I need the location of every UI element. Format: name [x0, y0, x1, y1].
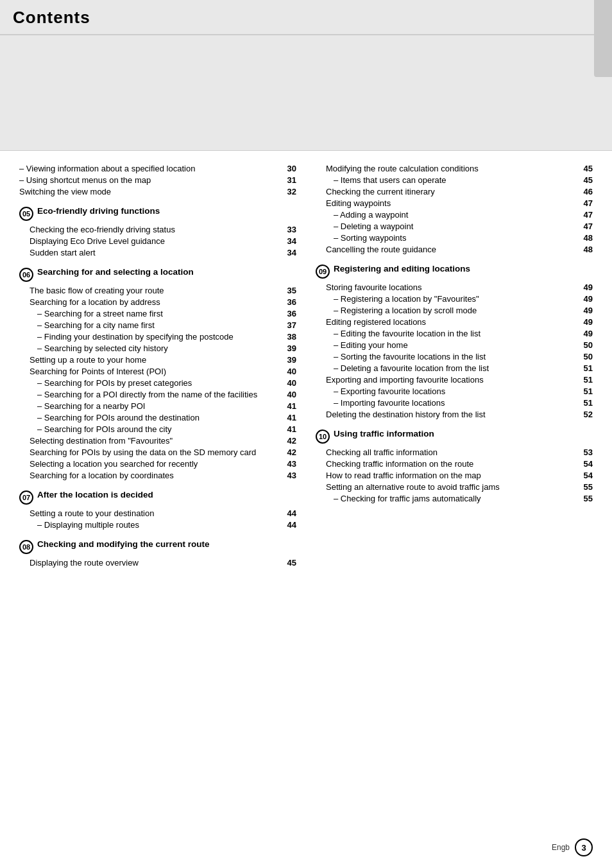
toc-edit-locations: Editing registered locations 49: [316, 316, 593, 327]
toc-delete-history: Deleting the destination history from th…: [316, 408, 593, 420]
toc-users-operate: – Items that users can operate 45: [316, 174, 593, 186]
main-content: – Viewing information about a specified …: [0, 151, 612, 596]
toc-route-conditions: Modifying the route calculation conditio…: [316, 162, 593, 174]
toc-reg-favourites: – Registering a location by "Favourites"…: [316, 293, 593, 304]
section-06: 06 Searching for and selecting a locatio…: [19, 267, 296, 481]
section-05-number: 05: [19, 207, 33, 221]
left-column: – Viewing information about a specified …: [19, 162, 296, 577]
toc-search-address: Searching for a location by address 36: [19, 296, 296, 308]
header-bar: Contents: [0, 0, 612, 35]
section-08: 08 Checking and modifying the current ro…: [19, 539, 296, 568]
footer: Engb 3: [552, 838, 593, 856]
toc-import-fav: – Importing favourite locations 51: [316, 397, 593, 408]
toc-auto-check: – Checking for traffic jams automaticall…: [316, 492, 593, 504]
toc-edit-fav-list: – Editing the favourite location in the …: [316, 327, 593, 339]
section-10-header: 10 Using traffic information: [316, 429, 593, 444]
page: Contents – Viewing information about a s…: [0, 0, 612, 868]
toc-favourites-dest: Selecting destination from "Favourites" …: [19, 435, 296, 446]
toc-store-favourites: Storing favourite locations 49: [316, 281, 593, 293]
section-08-header: 08 Checking and modifying the current ro…: [19, 539, 296, 554]
section-06-header: 06 Searching for and selecting a locatio…: [19, 267, 296, 282]
toc-all-traffic: Checking all traffic information 53: [316, 446, 593, 458]
section-08-number: 08: [19, 540, 33, 554]
section-05: 05 Eco-friendly driving functions Checki…: [19, 206, 296, 258]
toc-multiple-routes: – Displaying multiple routes 44: [19, 519, 296, 530]
toc-street-name: – Searching for a street name first 36: [19, 308, 296, 319]
toc-poi-search: Searching for Points of Interest (POI) 4…: [19, 365, 296, 377]
section-05-header: 05 Eco-friendly driving functions: [19, 206, 296, 221]
toc-recent-search: Selecting a location you searched for re…: [19, 458, 296, 469]
toc-traffic-map: How to read traffic information on the m…: [316, 469, 593, 481]
toc-alt-route: Setting an alternative route to avoid tr…: [316, 481, 593, 492]
toc-delete-fav: – Deleting a favourite location from the…: [316, 362, 593, 374]
section-09-number: 09: [316, 265, 330, 279]
toc-city-name: – Searching for a city name first 37: [19, 319, 296, 331]
toc-poi-preset: – Searching for POIs by preset categorie…: [19, 377, 296, 388]
section-08-title: Checking and modifying the current route: [37, 539, 210, 549]
toc-entry-shortcut: – Using shortcut menus on the map 31: [19, 174, 296, 186]
section-07-number: 07: [19, 490, 33, 505]
toc-sort-waypoints: – Sorting waypoints 48: [316, 232, 593, 243]
toc-poi-nearby: – Searching for a nearby POI 41: [19, 400, 296, 412]
toc-entry-viewing: – Viewing information about a specified …: [19, 162, 296, 174]
section-06-number: 06: [19, 268, 33, 282]
page-title: Contents: [13, 8, 90, 28]
section-05-title: Eco-friendly driving functions: [37, 206, 160, 216]
toc-export-fav: – Exporting favourite locations 51: [316, 385, 593, 397]
footer-page-number: 3: [575, 838, 593, 856]
right-column: Modifying the route calculation conditio…: [316, 162, 593, 577]
toc-edit-home: – Editing your home 50: [316, 339, 593, 351]
section-06-title: Searching for and selecting a location: [37, 267, 194, 277]
section-10: 10 Using traffic information Checking al…: [316, 429, 593, 504]
toc-sudden-start: Sudden start alert 34: [19, 247, 296, 258]
section-10-number: 10: [316, 430, 330, 444]
toc-sd-card: Searching for POIs by using the data on …: [19, 446, 296, 458]
toc-poi-name: – Searching for a POI directly from the …: [19, 388, 296, 400]
toc-export-import: Exporting and importing favourite locati…: [316, 374, 593, 385]
toc-basic-flow: The basic flow of creating your route 35: [19, 284, 296, 296]
gray-top-area: [0, 35, 612, 151]
intro-entries: – Viewing information about a specified …: [19, 162, 296, 197]
toc-home-route: Setting up a route to your home 39: [19, 354, 296, 365]
toc-delete-waypoint: – Deleting a waypoint 47: [316, 220, 593, 232]
section-09-header: 09 Registering and editing locations: [316, 264, 593, 279]
toc-coordinates: Searching for a location by coordinates …: [19, 469, 296, 481]
section-10-title: Using traffic information: [334, 429, 434, 438]
footer-language: Engb: [552, 843, 570, 852]
section-07: 07 After the location is decided Setting…: [19, 490, 296, 530]
toc-eco-status: Checking the eco-friendly driving status…: [19, 223, 296, 235]
section-09-title: Registering and editing locations: [334, 264, 470, 273]
toc-set-route: Setting a route to your destination 44: [19, 507, 296, 519]
section-08-continued: Modifying the route calculation conditio…: [316, 162, 593, 255]
toc-sort-fav: – Sorting the favourite locations in the…: [316, 351, 593, 362]
right-tab-decoration: [594, 0, 612, 77]
toc-add-waypoint: – Adding a waypoint 47: [316, 209, 593, 220]
toc-traffic-route: Checking traffic information on the rout…: [316, 458, 593, 469]
toc-edit-waypoints: Editing waypoints 47: [316, 197, 593, 209]
section-09: 09 Registering and editing locations Sto…: [316, 264, 593, 420]
toc-current-itinerary: Checking the current itinerary 46: [316, 186, 593, 197]
toc-poi-city: – Searching for POIs around the city 41: [19, 423, 296, 435]
section-07-header: 07 After the location is decided: [19, 490, 296, 505]
toc-city-history: – Searching by selected city history 39: [19, 342, 296, 354]
toc-poi-destination: – Searching for POIs around the destinat…: [19, 412, 296, 423]
toc-reg-scroll: – Registering a location by scroll mode …: [316, 304, 593, 316]
section-07-title: After the location is decided: [37, 490, 153, 499]
toc-cancel-route: Cancelling the route guidance 48: [316, 243, 593, 255]
toc-postcode: – Finding your destination by specifying…: [19, 331, 296, 342]
toc-eco-drive: Displaying Eco Drive Level guidance 34: [19, 235, 296, 247]
toc-entry-view-mode: Switching the view mode 32: [19, 186, 296, 197]
toc-route-overview: Displaying the route overview 45: [19, 557, 296, 568]
